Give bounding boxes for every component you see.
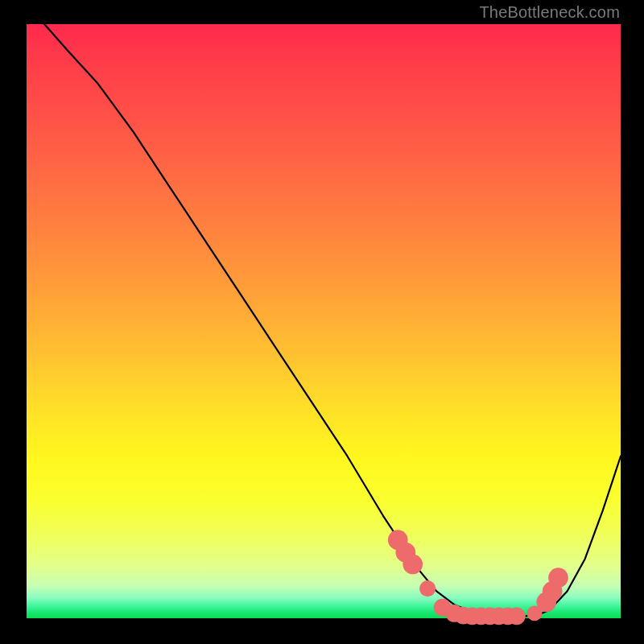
chart-frame: TheBottleneck.com <box>0 0 644 644</box>
curve-line <box>44 24 621 616</box>
curve-markers <box>388 530 568 625</box>
curve-marker <box>548 568 568 588</box>
curve-marker <box>419 580 436 597</box>
watermark-text: TheBottleneck.com <box>479 3 620 22</box>
plot-area <box>27 24 621 618</box>
curve-marker <box>402 555 423 575</box>
chart-svg <box>27 24 621 618</box>
curve-marker <box>508 607 526 625</box>
